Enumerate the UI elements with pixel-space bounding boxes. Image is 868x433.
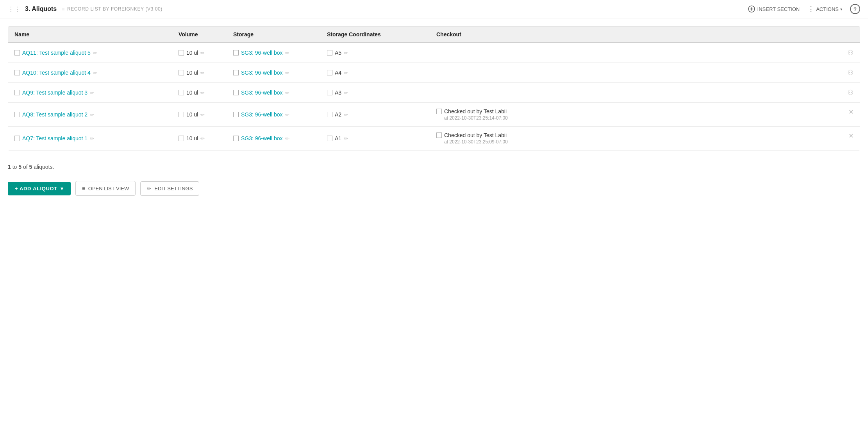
header-volume: Volume [179, 31, 233, 38]
table-footer: 1 to 5 of 5 aliquots. [0, 158, 868, 175]
row1-storage-link[interactable]: SG3: 96-well box [241, 50, 283, 56]
row3-volume-text: 10 ul [186, 89, 198, 96]
row5-checkout-close-icon[interactable]: ✕ [848, 132, 854, 140]
row5-storage-edit-icon[interactable]: ✏ [285, 136, 289, 141]
row5-coordinates: A1 [335, 135, 341, 141]
chevron-down-icon: ▾ [840, 7, 842, 11]
row2-name-checkbox[interactable] [14, 70, 20, 75]
row5-coord-edit-icon[interactable]: ✏ [344, 136, 348, 141]
row3-coord-edit-icon[interactable]: ✏ [344, 90, 348, 96]
row2-coordinates: A4 [335, 70, 341, 76]
row4-checkout-checkbox[interactable] [436, 109, 442, 114]
open-list-view-button[interactable]: ≡ OPEN LIST VIEW [75, 181, 136, 196]
table-row: AQ9: Test sample aliquot 3 ✏ 10 ul ✏ SG3… [8, 83, 860, 103]
row5-checkout-time: at 2022-10-30T23:25:09-07:00 [444, 139, 508, 145]
help-button[interactable]: ? [850, 4, 860, 14]
row1-name-edit-icon[interactable]: ✏ [93, 50, 97, 56]
header-storage: Storage [233, 31, 327, 38]
row2-storage-link[interactable]: SG3: 96-well box [241, 70, 283, 76]
actions-button[interactable]: ⋮ ACTIONS ▾ [807, 5, 842, 13]
row1-checkout-person-icon[interactable]: ⚇ [847, 48, 854, 57]
table-header: Name Volume Storage Storage Coordinates … [8, 27, 860, 43]
row3-coord-checkbox[interactable] [327, 90, 332, 95]
row4-storage-edit-icon[interactable]: ✏ [285, 112, 289, 118]
row4-volume-text: 10 ul [186, 111, 198, 118]
row5-name-checkbox[interactable] [14, 136, 20, 141]
row1-name-link[interactable]: AQ11: Test sample aliquot 5 [22, 50, 91, 56]
row2-coord-edit-icon[interactable]: ✏ [344, 70, 348, 76]
row4-storage-checkbox[interactable] [233, 112, 239, 117]
row5-volume-checkbox[interactable] [179, 136, 184, 141]
row4-volume-edit-icon[interactable]: ✏ [200, 112, 205, 118]
row5-checkout-checkbox[interactable] [436, 132, 442, 138]
row1-storage-checkbox[interactable] [233, 50, 239, 55]
row2-storage-checkbox[interactable] [233, 70, 239, 75]
row1-volume-edit-icon[interactable]: ✏ [200, 50, 205, 56]
header-storage-coordinates: Storage Coordinates [327, 31, 436, 38]
row4-name-checkbox[interactable] [14, 112, 20, 117]
row2-volume-checkbox[interactable] [179, 70, 184, 75]
row2-coord-checkbox[interactable] [327, 70, 332, 75]
row4-storage-link[interactable]: SG3: 96-well box [241, 111, 283, 118]
row5-name-edit-icon[interactable]: ✏ [90, 136, 94, 141]
row3-checkout-person-icon[interactable]: ⚇ [847, 88, 854, 97]
bottom-actions: + ADD ALIQUOT ▾ ≡ OPEN LIST VIEW ✏ EDIT … [0, 175, 868, 201]
row3-name-edit-icon[interactable]: ✏ [90, 90, 94, 96]
row2-volume-text: 10 ul [186, 70, 198, 76]
row3-name-link[interactable]: AQ9: Test sample aliquot 3 [22, 89, 88, 96]
list-icon: ≡ [82, 185, 85, 191]
item-name: aliquots [34, 164, 52, 170]
row4-checkout-close-icon[interactable]: ✕ [848, 108, 854, 116]
list-icon: ≡ [61, 6, 65, 12]
table-row: AQ11: Test sample aliquot 5 ✏ 10 ul ✏ SG… [8, 43, 860, 63]
row4-volume-checkbox[interactable] [179, 112, 184, 117]
table-row: AQ7: Test sample aliquot 1 ✏ 10 ul ✏ SG3… [8, 127, 860, 150]
row5-volume-edit-icon[interactable]: ✏ [200, 136, 205, 141]
row2-storage-edit-icon[interactable]: ✏ [285, 70, 289, 76]
section-subtitle: ≡ RECORD LIST BY FOREIGNKEY (V3.00) [61, 6, 163, 12]
row4-checkout-text: Checked out by Test Labii [444, 108, 507, 115]
header-name: Name [14, 31, 179, 38]
row5-storage-checkbox[interactable] [233, 136, 239, 141]
drag-handle[interactable]: ⋮⋮ [8, 5, 20, 13]
row1-coordinates: A5 [335, 50, 341, 56]
row2-checkout-person-icon[interactable]: ⚇ [847, 68, 854, 77]
row5-volume-text: 10 ul [186, 135, 198, 141]
row4-coord-checkbox[interactable] [327, 112, 332, 117]
row2-volume-edit-icon[interactable]: ✏ [200, 70, 205, 76]
row3-name-checkbox[interactable] [14, 90, 20, 95]
row3-volume-edit-icon[interactable]: ✏ [200, 90, 205, 96]
table-row: AQ8: Test sample aliquot 2 ✏ 10 ul ✏ SG3… [8, 103, 860, 127]
section-title: 3. Aliquots [25, 5, 57, 13]
row3-storage-checkbox[interactable] [233, 90, 239, 95]
row1-coord-edit-icon[interactable]: ✏ [344, 50, 348, 56]
row4-name-edit-icon[interactable]: ✏ [90, 112, 94, 118]
row3-storage-link[interactable]: SG3: 96-well box [241, 89, 283, 96]
row4-coord-edit-icon[interactable]: ✏ [344, 112, 348, 118]
row5-name-link[interactable]: AQ7: Test sample aliquot 1 [22, 135, 88, 141]
row1-storage-edit-icon[interactable]: ✏ [285, 50, 289, 56]
range-end: 5 [18, 164, 21, 170]
row1-volume-checkbox[interactable] [179, 50, 184, 55]
row3-volume-checkbox[interactable] [179, 90, 184, 95]
row3-coordinates: A3 [335, 89, 341, 96]
row5-storage-link[interactable]: SG3: 96-well box [241, 135, 283, 141]
add-aliquot-button[interactable]: + ADD ALIQUOT ▾ [8, 182, 71, 195]
row4-name-link[interactable]: AQ8: Test sample aliquot 2 [22, 111, 88, 118]
header-checkout: Checkout [436, 31, 854, 38]
row1-volume-text: 10 ul [186, 50, 198, 56]
row3-storage-edit-icon[interactable]: ✏ [285, 90, 289, 96]
total-count: 5 [29, 164, 32, 170]
row1-coord-checkbox[interactable] [327, 50, 332, 55]
aliquots-table: Name Volume Storage Storage Coordinates … [8, 26, 860, 150]
row2-name-edit-icon[interactable]: ✏ [93, 70, 97, 76]
row4-checkout-time: at 2022-10-30T23:25:14-07:00 [444, 115, 508, 121]
row1-name-checkbox[interactable] [14, 50, 20, 55]
edit-settings-button[interactable]: ✏ EDIT SETTINGS [140, 181, 199, 196]
add-dropdown-icon: ▾ [61, 186, 64, 191]
insert-section-button[interactable]: INSERT SECTION [748, 5, 800, 13]
row4-coordinates: A2 [335, 111, 341, 118]
three-dots-icon: ⋮ [807, 5, 814, 13]
row2-name-link[interactable]: AQ10: Test sample aliquot 4 [22, 70, 91, 76]
row5-coord-checkbox[interactable] [327, 136, 332, 141]
